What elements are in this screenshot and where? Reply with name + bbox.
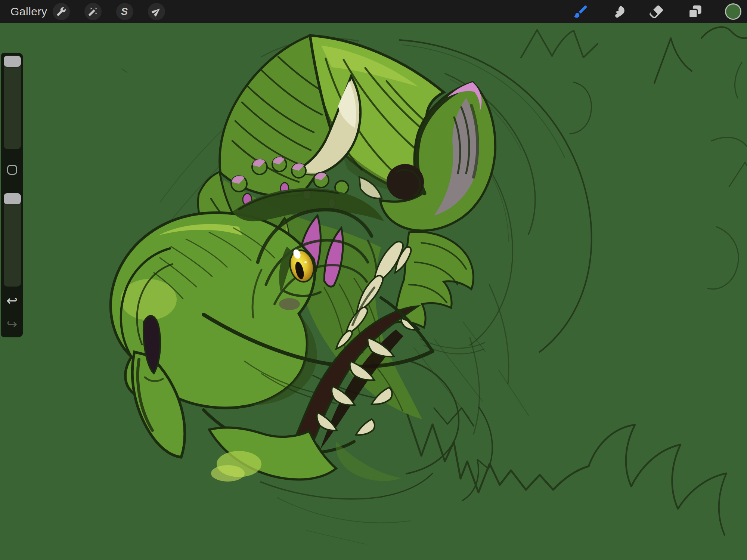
redo-button[interactable]: ↪ <box>1 316 23 332</box>
paint-tool-button[interactable] <box>573 3 589 20</box>
color-swatch-button[interactable] <box>725 3 741 20</box>
undo-button[interactable]: ↩ <box>1 293 23 309</box>
brush-size-handle[interactable] <box>4 56 21 67</box>
opacity-handle[interactable] <box>4 193 21 204</box>
arrow-cursor-icon <box>152 7 161 16</box>
painted-dragon-head <box>111 35 495 482</box>
brush-size-slider[interactable] <box>4 56 21 149</box>
transform-button[interactable] <box>148 3 165 20</box>
dragon-artwork <box>0 23 747 560</box>
procreate-app: Gallery S <box>0 0 747 560</box>
eraser-icon <box>648 3 664 20</box>
actions-button[interactable] <box>53 3 70 20</box>
gallery-button[interactable]: Gallery <box>10 0 47 23</box>
sidebar-tools: ↩ ↪ <box>1 53 23 337</box>
redo-arrow-icon: ↪ <box>7 316 18 332</box>
layers-icon <box>687 4 703 19</box>
paintbrush-icon <box>573 3 589 20</box>
erase-tool-button[interactable] <box>648 3 664 20</box>
magic-wand-icon <box>88 7 98 16</box>
modify-button[interactable] <box>7 165 17 175</box>
wrench-icon <box>56 7 66 16</box>
smudge-tool-button[interactable] <box>610 3 627 20</box>
adjustments-button[interactable] <box>84 3 102 20</box>
top-toolbar: Gallery S <box>0 0 747 23</box>
smudge-finger-icon <box>611 4 626 19</box>
selection-button[interactable]: S <box>116 3 133 20</box>
layers-button[interactable] <box>687 3 703 20</box>
opacity-slider[interactable] <box>4 193 21 287</box>
undo-arrow-icon: ↩ <box>6 293 18 309</box>
selection-s-icon: S <box>121 6 128 18</box>
drawing-canvas[interactable] <box>0 23 747 560</box>
